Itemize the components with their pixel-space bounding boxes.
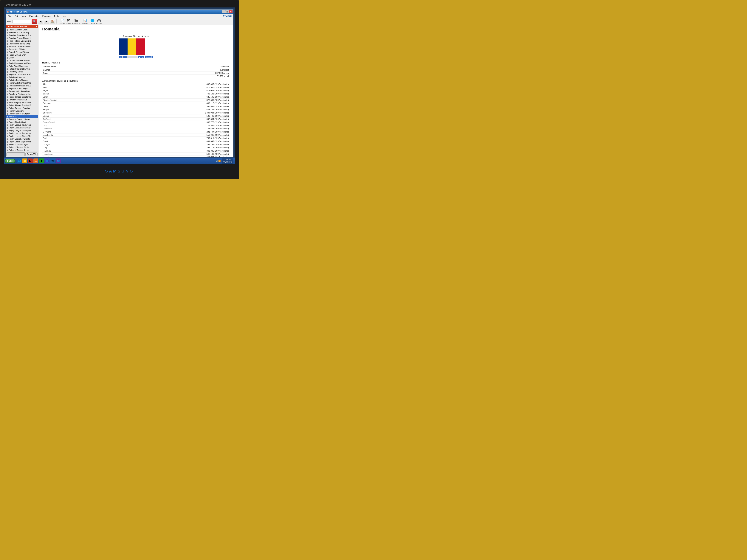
- basic-facts-heading: BASIC FACTS: [42, 61, 230, 64]
- list-item-label: Rally World Champions: [9, 65, 28, 67]
- list-item[interactable]: ▦Rugby League: Premiersh: [6, 132, 38, 135]
- panel-search-bar[interactable]: [6, 153, 25, 156]
- menu-tools[interactable]: Tools: [52, 15, 60, 18]
- list-item[interactable]: ▦Robert Bresson: Principal: [6, 107, 38, 110]
- facts-row: Area237,500 sq km: [42, 72, 230, 75]
- list-item[interactable]: ▦Relation of Species: [6, 76, 38, 79]
- flag-blue-stripe: [119, 38, 128, 55]
- list-item-icon: ▦: [6, 29, 8, 31]
- menu-file[interactable]: File: [6, 15, 13, 18]
- list-item[interactable]: ▦Romania Country History: [6, 118, 38, 121]
- menu-view[interactable]: View: [20, 15, 28, 18]
- taskbar-torrent[interactable]: ⬇: [39, 158, 44, 163]
- flag-next-button[interactable]: ▶: [141, 56, 144, 58]
- list-item[interactable]: ▦Reactivity Series: [6, 70, 38, 73]
- list-item-label: Prion-Related Disease Dis: [9, 40, 31, 42]
- admin-region: Brăila: [42, 105, 113, 108]
- list-item[interactable]: ▦Purcell: Principal Works: [6, 51, 38, 54]
- online-nav[interactable]: 🌐 Online: [90, 19, 95, 24]
- minimize-button[interactable]: ─: [222, 10, 225, 13]
- list-item[interactable]: ▦Rates of Current Rainfore: [6, 68, 38, 70]
- list-item[interactable]: ▦Robert Altman: Principal F: [6, 104, 38, 107]
- list-item[interactable]: ▦Riyadh Climate Chart: [6, 98, 38, 101]
- menu-help[interactable]: Help: [60, 15, 68, 18]
- list-item[interactable]: ▦Quarks and Their Propert: [6, 59, 38, 62]
- articles-nav[interactable]: 📄 Articles: [59, 19, 65, 24]
- home-button[interactable]: 🏠: [50, 19, 55, 24]
- list-item[interactable]: ▦Rugby League: Challenge: [6, 126, 38, 129]
- list-item[interactable]: ▦Radio Frequency and Wav: [6, 62, 38, 65]
- flag-expand-button[interactable]: Expand: [145, 56, 153, 58]
- search-input[interactable]: [12, 20, 31, 23]
- list-item[interactable]: ▦Romania: [6, 115, 38, 118]
- list-item[interactable]: ▦Rome Climate Chart: [6, 121, 38, 124]
- panel-close-button[interactable]: ×: [36, 25, 37, 28]
- list-item-icon: ▦: [6, 149, 8, 151]
- taskbar-app[interactable]: 🔵: [56, 158, 61, 163]
- taskbar-firefox[interactable]: 🦊: [33, 158, 38, 163]
- maps-nav[interactable]: 🗺 Maps: [67, 19, 71, 24]
- list-item[interactable]: ▦Regional Distribution of Pr: [6, 73, 38, 76]
- list-item[interactable]: ▦Pusan Climate Chart: [6, 54, 38, 56]
- menu-features[interactable]: Features: [41, 15, 52, 18]
- flag-pause-button[interactable]: ⏸: [119, 56, 122, 58]
- panel-list[interactable]: ▦Population Projections▦Portugal▦Portuga…: [6, 28, 38, 152]
- list-item[interactable]: ▦Rugby Union Key Events: [6, 138, 38, 140]
- list-item[interactable]: ▦Pretoria Climate Chart: [6, 28, 38, 31]
- reset-button[interactable]: Reset (F5): [25, 153, 37, 156]
- taskbar-media[interactable]: ▶: [28, 158, 33, 163]
- flag-prev-button[interactable]: ◀: [138, 56, 140, 58]
- list-item[interactable]: ▦Rio de Janeiro Climate Ch: [6, 96, 38, 98]
- list-item[interactable]: ▦Properties of Matter: [6, 48, 38, 51]
- statistics-nav[interactable]: 📊 Statistics: [82, 19, 88, 24]
- list-item-icon: ▦: [6, 62, 8, 64]
- start-button[interactable]: ⊞ Start: [4, 159, 16, 163]
- list-item[interactable]: ▦Road Rallying: Paris-Daka: [6, 101, 38, 104]
- admin-region: Hunedoara: [42, 153, 113, 156]
- back-button[interactable]: ◀: [38, 19, 43, 24]
- list-item[interactable]: ▦Principal Non-State Poly: [6, 31, 38, 34]
- list-item[interactable]: ▦Rally World Champions: [6, 65, 38, 68]
- search-button[interactable]: 🔍: [32, 19, 37, 24]
- list-item-label: Pusan Climate Chart: [9, 54, 26, 56]
- title-bar: 📚 Microsoft Encarta ─ □ ✕: [6, 9, 233, 14]
- list-item[interactable]: ▦Rugby Union: Major Troph: [6, 140, 38, 143]
- taskbar-word[interactable]: W: [50, 158, 55, 163]
- taskbar-ie[interactable]: 🌐: [17, 158, 22, 163]
- list-item[interactable]: ▦Qatar: [6, 56, 38, 59]
- list-item[interactable]: ▦Republic of the Congo: [6, 87, 38, 90]
- list-item[interactable]: ▦Results of Elections to the: [6, 93, 38, 96]
- admin-row: Ialomița304,740 (1997 estimate): [42, 156, 230, 157]
- menu-favourites[interactable]: Favourites: [28, 15, 40, 18]
- list-item[interactable]: ▦Roman Names of English: [6, 112, 38, 115]
- admin-population: 397,714 (1997 estimate): [113, 146, 230, 149]
- list-item[interactable]: ▦Relative Brain Masses: [6, 79, 38, 82]
- list-item[interactable]: ▦Prion-Related Disease Dis: [6, 39, 38, 43]
- list-item[interactable]: ▦Renaissance Artists and A: [6, 84, 38, 87]
- list-item[interactable]: ▦Professional Boxing Weig: [6, 43, 38, 45]
- list-item[interactable]: ▦Principal Types of Anaemi: [6, 37, 38, 39]
- taskbar-explorer[interactable]: 📁: [22, 158, 27, 163]
- maximize-button[interactable]: □: [225, 10, 229, 13]
- games-nav[interactable]: 🎮 Games: [96, 19, 102, 24]
- list-item[interactable]: ▦Rulers of Ancient Rome: [6, 149, 38, 152]
- list-item-label: Riyadh Climate Chart: [9, 99, 27, 101]
- list-item-label: Rugby Union Key Events: [9, 138, 30, 140]
- right-content[interactable]: Romania Romanian Flag and Anthem ⏸: [38, 25, 233, 157]
- list-item[interactable]: ▦Rulers of Ancient Egypt: [6, 143, 38, 146]
- list-item[interactable]: ▦Rugby League Key Events: [6, 124, 38, 126]
- list-item[interactable]: ▦Rugby League: State of O: [6, 135, 38, 138]
- multimedia-nav[interactable]: 🎬 Multimedia: [72, 19, 80, 24]
- list-item[interactable]: ▦Roman Emperors: [6, 110, 38, 112]
- menu-edit[interactable]: Edit: [13, 15, 20, 18]
- forward-button[interactable]: ▶: [44, 19, 49, 24]
- admin-row: Constanța746,686 (1997 estimate): [42, 127, 230, 130]
- list-item[interactable]: ▦Principal Properties of Enz: [6, 34, 38, 37]
- list-item[interactable]: ▦Resources for Agricultural: [6, 90, 38, 93]
- taskbar-chrome[interactable]: 🔵: [45, 158, 50, 163]
- list-item[interactable]: ▦Rulers of Ancient Persia: [6, 146, 38, 149]
- list-item[interactable]: ▦Prominent Meteor Shower: [6, 45, 38, 48]
- close-button[interactable]: ✕: [229, 10, 232, 13]
- list-item[interactable]: ▦Rembrandt: Significant Wo: [6, 82, 38, 84]
- list-item[interactable]: ▦Rugby League: Champion: [6, 129, 38, 132]
